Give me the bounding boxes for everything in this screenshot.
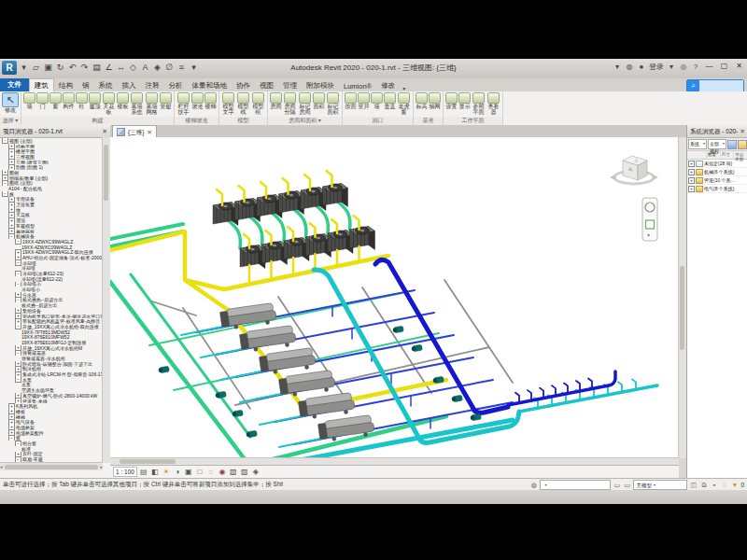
cooling-tower[interactable] [279,191,304,215]
requests-icon[interactable]: ▭ [623,481,631,489]
ribbon-button-幕墙网格[interactable]: 幕墙网格 [145,92,159,115]
system-browser-row[interactable]: +电气(8 个系统) [687,185,747,193]
ribbon-button-房间分隔[interactable]: 房间分隔 [283,92,297,115]
scale-control[interactable]: 1 : 100 [113,467,137,477]
tree-expander-icon[interactable]: − [15,298,21,303]
ribbon-button-参照平面[interactable]: 参照平面 [472,92,486,115]
app-menu-caret[interactable]: ▾ [19,62,29,74]
section-icon[interactable]: ∅ [164,62,175,74]
reveal-hidden-icon[interactable]: ◉ [218,468,227,477]
close-icon[interactable]: ✕ [740,125,745,137]
redo-icon[interactable]: ↷ [79,62,90,74]
ribbon-button-模型文字[interactable]: 模型文字 [221,92,235,115]
ribbon-button-老虎窗[interactable]: 老虎窗 [397,92,411,115]
tab-注释[interactable]: 注释 [141,79,164,91]
tree-expander-icon[interactable]: − [2,138,8,144]
ribbon-button-按面[interactable]: 按面 [345,92,357,109]
ribbon-button-天花板[interactable]: 天花板 [102,92,116,115]
navbar-caret-icon[interactable]: ▾ [647,232,650,238]
tab-分析[interactable]: 分析 [164,79,188,91]
tree-expander-icon[interactable]: − [2,191,8,197]
tree-expander-icon[interactable]: − [15,271,21,276]
tree-expander-icon[interactable]: − [2,181,8,187]
ribbon-button-楼梯[interactable]: 楼梯 [204,92,217,109]
cooling-tower[interactable] [284,238,309,261]
infocenter-search[interactable]: ⌕ [686,79,744,92]
tree-expander-icon[interactable]: − [15,324,21,329]
ribbon-button-模型组[interactable]: 模型组 [251,92,265,115]
exclude-options-icon[interactable]: ◫ [689,481,698,489]
project-browser-hscrollbar[interactable]: ◂▸ [0,462,103,470]
tab-文件[interactable]: 文件 [0,78,29,91]
tab-结构[interactable]: 结构 [54,79,78,91]
tree-expander-icon[interactable]: − [8,233,15,239]
pin-select-icon[interactable]: ▪ [710,481,718,489]
sync-icon[interactable]: ↻ [55,62,65,74]
tree-expander-icon[interactable]: − [15,377,21,383]
tree-expander-icon[interactable]: + [688,177,695,184]
discipline-filter-select[interactable]: 全部规程▾ [708,139,726,149]
sysb-column-尺寸[interactable]: 尺寸 [721,151,735,159]
text-icon[interactable]: A [140,62,150,74]
dimension-icon[interactable]: ↔ [116,62,126,74]
system-filter-select[interactable]: 系统▾ [688,139,707,149]
workset-select[interactable]: ▾ [540,480,611,490]
ribbon-button-修改[interactable]: ↖修改 [2,92,19,113]
ribbon-button-墙[interactable]: 墙 [23,92,35,109]
ribbon-button-垂直[interactable]: 垂直 [384,92,396,109]
tab-系统[interactable]: 系统 [94,79,118,91]
project-browser-header[interactable]: 项目浏览器 - 020-1.rvt ✕ [0,125,110,138]
scroll-left-icon[interactable]: ◂ [0,464,3,469]
editable-only-icon[interactable]: ▭ [613,481,621,489]
tab-建筑[interactable]: 建筑 [29,78,54,91]
print-icon[interactable]: ▤ [92,62,102,74]
ribbon-button-墙[interactable]: 墙 [371,92,383,109]
ribbon-button-标记面积[interactable]: 标记面积 [326,92,340,115]
ribbon-button-查看器[interactable]: 查看器 [486,92,500,115]
ribbon-button-栏杆扶手[interactable]: 栏杆扶手 [176,92,190,115]
view-tab-close-icon[interactable]: ✕ [147,127,152,137]
communication-icon[interactable]: ◍ [625,63,634,71]
signin-caret[interactable]: ▾ [667,63,676,71]
save-icon[interactable]: ▣ [43,62,53,74]
cooling-tower[interactable] [323,184,348,207]
close-icon[interactable]: ✕ [102,125,107,137]
tree-expander-icon[interactable]: − [15,239,21,245]
navigation-bar[interactable]: ▾ [642,198,657,241]
cooling-tower[interactable] [240,245,265,269]
ribbon-button-竖井[interactable]: 竖井 [358,92,370,109]
tab-附加模块[interactable]: 附加模块 [302,79,339,91]
ribbon-button-竖梃[interactable]: 竖梃 [160,92,172,109]
cooling-tower[interactable] [328,231,353,254]
search-icon[interactable]: ⌕ [687,80,699,91]
cooling-tower[interactable] [213,203,238,226]
scroll-right-icon[interactable]: ▸ [100,464,103,469]
tag-icon[interactable]: ◇ [128,62,138,74]
view-tab-3d[interactable]: {三维} ✕ [112,125,157,137]
3d-model-scene[interactable]: 前上▾ [110,137,679,458]
tab-修改[interactable]: 修改 [376,79,400,91]
ribbon-button-标记房间[interactable]: 标记房间 [298,92,312,115]
system-browser-row[interactable]: +机械(6 个系统) [687,168,747,176]
search-input[interactable] [699,80,743,91]
cooling-tower[interactable] [262,242,288,265]
hide-analytical-icon[interactable]: ▨ [240,468,249,477]
tree-expander-icon[interactable]: − [8,436,15,441]
temporary-hide-isolate-icon[interactable]: ◌ [206,468,216,477]
cooling-tower[interactable] [306,234,331,258]
ribbon-button-标高[interactable]: 标高 [416,92,428,109]
close-button[interactable]: ✕ [733,61,745,72]
autofit-columns-icon[interactable] [738,140,747,149]
reveal-constraints-icon[interactable]: ◈ [251,468,261,477]
system-browser-header[interactable]: 系统浏览器 - 020-1.rvt ✕ [687,125,747,138]
tab-钢[interactable]: 钢 [78,79,94,91]
canvas-vscrollbar[interactable] [678,137,686,458]
tree-expander-icon[interactable]: − [15,282,21,287]
ribbon-button-楼板[interactable]: 楼板 [117,92,129,109]
background-process-icon[interactable]: ◌ [720,481,728,489]
model-viewport[interactable]: 前上▾ [110,137,679,458]
sun-path-icon[interactable]: ☀ [162,468,171,477]
shadows-icon[interactable]: ◑ [173,468,182,477]
open-icon[interactable]: ▱ [31,62,41,74]
ribbon-button-柱[interactable]: 柱 [76,92,88,109]
